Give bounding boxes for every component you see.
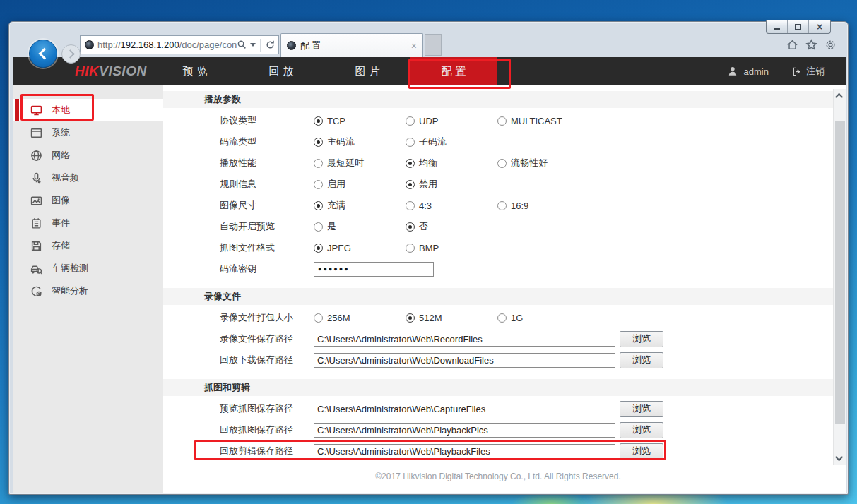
sidebar-item-av[interactable]: 视音频 [13,167,163,189]
radio-option[interactable]: 均衡 [406,157,497,169]
window-icon [30,127,42,139]
radio-circle[interactable] [314,138,323,147]
browse-button[interactable]: 浏览 [620,443,663,460]
browse-button[interactable]: 浏览 [620,352,663,368]
browse-button[interactable]: 浏览 [620,401,663,417]
settings-gear-icon[interactable] [825,39,837,51]
scroll-up-arrow[interactable] [834,89,846,103]
sidebar-item-label: 视音频 [52,172,79,184]
close-button[interactable]: × [809,20,830,33]
restore-button[interactable] [788,20,809,33]
radio-circle[interactable] [314,180,323,189]
radio-circle[interactable] [497,313,507,323]
nav-tab-playback[interactable]: 回放 [238,57,324,85]
form-row: 抓图文件格式JPEGBMP [163,237,833,258]
radio-option[interactable]: 16:9 [497,200,589,211]
radio-circle[interactable] [406,222,415,232]
path-input[interactable] [314,423,615,438]
back-button[interactable] [29,40,57,68]
url-host: 192.168.1.200 [121,40,179,50]
sidebar-item-event[interactable]: 事件 [13,212,163,234]
url-text: http://192.168.1.200/doc/page/config.a [97,40,237,50]
radio-circle[interactable] [497,159,507,168]
radio-circle[interactable] [314,159,323,168]
radio-label: 512M [419,313,442,323]
radio-circle[interactable] [406,201,415,210]
radio-option[interactable]: 流畅性好 [497,157,589,169]
address-bar[interactable]: http://192.168.1.200/doc/page/config.a [80,35,279,54]
browser-tab[interactable]: 配置 × [280,33,423,57]
radio-circle[interactable] [497,116,507,126]
radio-option[interactable]: 是 [314,220,406,233]
radio-option[interactable]: TCP [314,116,406,126]
radio-option[interactable]: BMP [406,243,497,253]
sidebar-item-system[interactable]: 系统 [13,121,163,144]
radio-circle[interactable] [314,201,323,210]
radio-circle[interactable] [314,116,323,126]
sidebar-item-vehicle[interactable]: 车辆检测 [13,257,163,280]
tab-close-icon[interactable]: × [411,41,417,51]
radio-circle[interactable] [406,180,415,189]
radio-circle[interactable] [314,222,323,232]
radio-option[interactable]: JPEG [314,243,406,253]
radio-circle[interactable] [406,313,415,323]
field-label: 回放剪辑保存路径 [220,445,314,457]
sidebar-item-storage[interactable]: 存储 [13,234,163,257]
scrollbar[interactable] [833,89,846,465]
minimize-button[interactable] [767,20,788,33]
sidebar-item-smart[interactable]: 智能分析 [13,280,163,302]
sidebar-item-local[interactable]: 本地 [13,99,163,121]
sidebar-item-network[interactable]: 网络 [13,144,163,167]
radio-option[interactable]: 启用 [314,178,406,191]
field-label: 录像文件打包大小 [220,311,314,324]
path-input[interactable] [314,332,615,347]
radio-option[interactable]: MULTICAST [497,116,589,126]
radio-circle[interactable] [406,159,415,168]
radio-option[interactable]: UDP [406,116,497,126]
stream-key-input[interactable] [314,262,434,277]
radio-circle[interactable] [314,244,323,253]
main-content: 播放参数协议类型TCPUDPMULTICAST码流类型主码流子码流播放性能最短延… [163,85,833,493]
form-row: 录像文件打包大小256M512M1G [163,307,833,328]
radio-option[interactable]: 256M [314,313,406,323]
form-row: 图像尺寸充满4:316:9 [163,195,833,216]
radio-option[interactable]: 512M [406,313,497,323]
radio-circle[interactable] [314,313,323,323]
radio-option[interactable]: 4:3 [406,200,497,211]
scroll-thumb[interactable] [835,121,845,424]
radio-circle[interactable] [406,244,415,253]
path-input[interactable] [314,444,615,459]
radio-option[interactable]: 否 [406,220,497,233]
radio-circle[interactable] [406,116,415,126]
dropdown-caret-icon[interactable] [250,43,256,47]
new-tab-button[interactable] [425,34,442,56]
logout-button[interactable]: 注销 [791,65,825,78]
logo-hik: HIK [75,64,99,79]
path-input[interactable] [314,402,615,416]
forward-button[interactable] [61,44,81,64]
nav-tab-preview[interactable]: 预览 [152,57,238,85]
radio-option[interactable]: 禁用 [406,178,497,191]
radio-option[interactable]: 1G [497,313,589,323]
tab-title: 配置 [300,40,411,52]
search-icon[interactable] [237,40,247,50]
radio-option[interactable]: 主码流 [314,136,406,148]
nav-tab-config[interactable]: 配置 [410,57,497,85]
favorites-star-icon[interactable] [805,39,817,51]
radio-circle[interactable] [406,138,415,147]
radio-option[interactable]: 充满 [314,199,406,212]
radio-circle[interactable] [497,201,507,210]
radio-label: 256M [327,313,350,323]
browse-button[interactable]: 浏览 [620,331,663,347]
hikvision-logo: HIKVISION [75,57,147,85]
home-icon[interactable] [786,39,798,51]
radio-option[interactable]: 最短延时 [314,157,406,169]
radio-option[interactable]: 子码流 [406,136,497,148]
nav-tab-picture[interactable]: 图片 [324,57,410,85]
browse-button[interactable]: 浏览 [620,422,663,438]
path-input[interactable] [314,353,615,368]
refresh-icon[interactable] [265,40,276,50]
scroll-down-arrow[interactable] [834,451,846,465]
form-row: 协议类型TCPUDPMULTICAST [163,110,833,131]
sidebar-item-image[interactable]: 图像 [13,189,163,212]
